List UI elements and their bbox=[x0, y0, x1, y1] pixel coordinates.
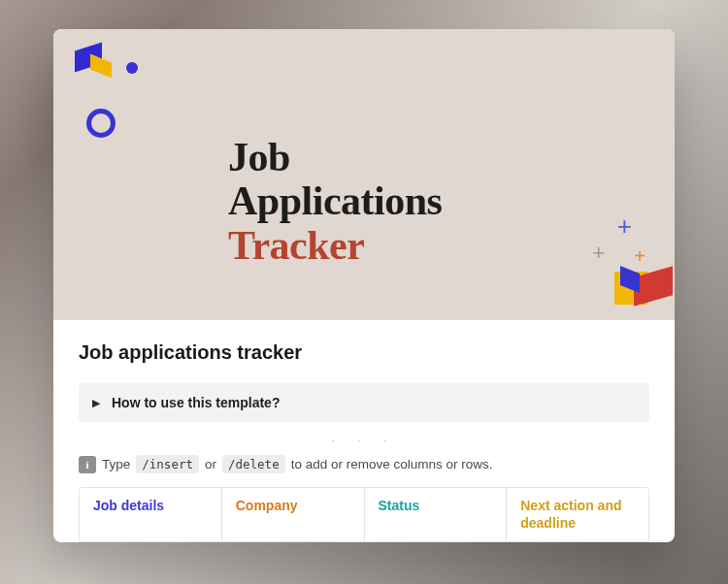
caret-right-icon: ▶ bbox=[92, 397, 100, 409]
toggle-how-to-use[interactable]: ▶ How to use this template? bbox=[79, 383, 649, 422]
hero-title: Job Applications Tracker bbox=[228, 136, 442, 268]
decorative-dot-icon bbox=[126, 62, 138, 74]
hint-prefix: Type bbox=[102, 457, 130, 471]
hero-title-line2: Applications bbox=[228, 179, 442, 223]
decorative-cube-icon bbox=[616, 266, 675, 314]
divider-dots: · · · bbox=[79, 422, 649, 453]
column-header-next-action[interactable]: Next action and deadline bbox=[507, 488, 648, 541]
command-insert: /insert bbox=[136, 455, 199, 473]
plus-icon: + bbox=[592, 243, 605, 264]
hero-title-line1: Job bbox=[228, 136, 442, 179]
plus-icon: + bbox=[634, 246, 645, 266]
hero-title-line3: Tracker bbox=[228, 224, 442, 268]
plus-icon: + bbox=[617, 213, 632, 239]
hint-suffix: to add or remove columns or rows. bbox=[291, 457, 493, 471]
hint-text: i Type /insert or /delete to add or remo… bbox=[79, 453, 649, 487]
command-delete: /delete bbox=[222, 455, 285, 473]
toggle-label: How to use this template? bbox=[112, 395, 280, 410]
hero-banner: + + + Job Applications Tracker bbox=[53, 29, 675, 320]
decorative-cube-icon bbox=[69, 37, 112, 80]
hint-joiner: or bbox=[205, 457, 216, 471]
page-title: Job applications tracker bbox=[79, 341, 649, 364]
column-header-company[interactable]: Company bbox=[222, 488, 365, 541]
table-header-row: Job details Company Status Next action a… bbox=[79, 487, 649, 542]
decorative-circle-icon bbox=[86, 109, 116, 138]
content-area: Job applications tracker ▶ How to use th… bbox=[53, 320, 675, 542]
document-card: + + + Job Applications Tracker Job appli… bbox=[53, 29, 675, 542]
info-icon: i bbox=[79, 456, 96, 473]
column-header-status[interactable]: Status bbox=[365, 488, 508, 541]
column-header-job-details[interactable]: Job details bbox=[80, 488, 222, 541]
